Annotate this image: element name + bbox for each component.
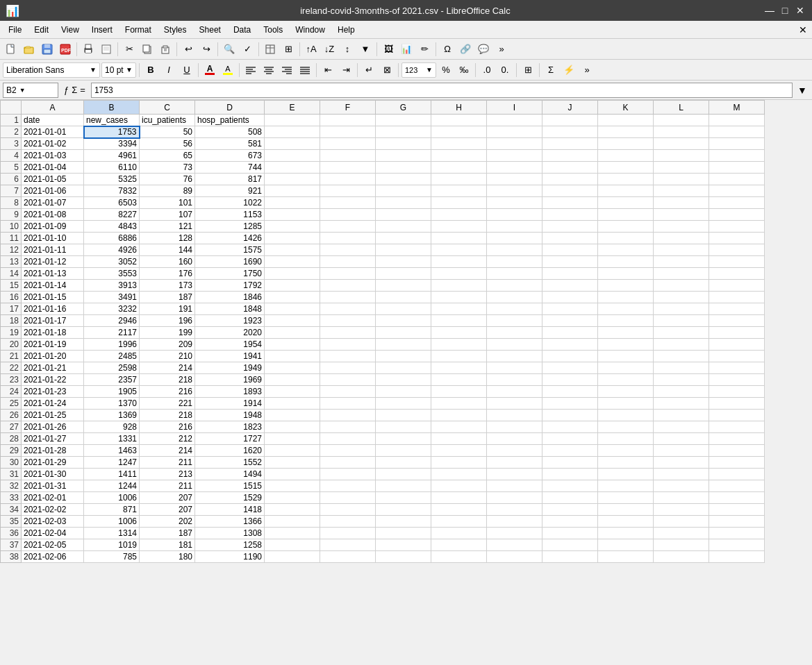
cell-G27[interactable]: [376, 421, 431, 433]
cell-H26[interactable]: [431, 410, 487, 421]
print-button[interactable]: [80, 41, 97, 58]
cell-J29[interactable]: [542, 445, 598, 457]
cell-D8[interactable]: 1022: [195, 197, 265, 209]
cell-C9[interactable]: 107: [140, 209, 195, 221]
cell-J36[interactable]: [542, 528, 598, 539]
cell-E36[interactable]: [265, 528, 320, 539]
cell-B4[interactable]: 4961: [84, 150, 140, 162]
menu-window[interactable]: Window: [290, 24, 331, 36]
cell-F24[interactable]: [320, 386, 376, 398]
cell-H30[interactable]: [431, 457, 487, 469]
cell-E27[interactable]: [265, 421, 320, 433]
cell-K29[interactable]: [598, 445, 654, 457]
cell-M17[interactable]: [709, 303, 765, 315]
cell-L25[interactable]: [654, 398, 709, 410]
cell-H38[interactable]: [431, 551, 487, 563]
cell-I2[interactable]: [487, 126, 542, 138]
cell-J34[interactable]: [542, 504, 598, 516]
cell-B29[interactable]: 1463: [84, 445, 140, 457]
cell-G38[interactable]: [376, 551, 431, 563]
cell-L8[interactable]: [654, 197, 709, 209]
cell-H5[interactable]: [431, 162, 487, 174]
cell-D12[interactable]: 1575: [195, 244, 265, 256]
cell-L24[interactable]: [654, 386, 709, 398]
cell-L6[interactable]: [654, 174, 709, 185]
redo-button[interactable]: ↪: [198, 41, 215, 58]
cell-H28[interactable]: [431, 433, 487, 445]
cell-H36[interactable]: [431, 528, 487, 539]
cell-G32[interactable]: [376, 480, 431, 492]
cell-A10[interactable]: 2021-01-09: [22, 221, 84, 233]
cell-E23[interactable]: [265, 374, 320, 386]
cell-M34[interactable]: [709, 504, 765, 516]
cell-D7[interactable]: 921: [195, 185, 265, 197]
cell-I9[interactable]: [487, 209, 542, 221]
cell-K7[interactable]: [598, 185, 654, 197]
cell-L31[interactable]: [654, 469, 709, 480]
cell-G6[interactable]: [376, 174, 431, 185]
cell-A3[interactable]: 2021-01-02: [22, 138, 84, 150]
cell-B32[interactable]: 1244: [84, 480, 140, 492]
cell-F27[interactable]: [320, 421, 376, 433]
cell-A31[interactable]: 2021-01-30: [22, 469, 84, 480]
cell-E38[interactable]: [265, 551, 320, 563]
cell-B21[interactable]: 2485: [84, 351, 140, 362]
cell-F5[interactable]: [320, 162, 376, 174]
cell-K31[interactable]: [598, 469, 654, 480]
cell-I32[interactable]: [487, 480, 542, 492]
cell-L9[interactable]: [654, 209, 709, 221]
cell-I24[interactable]: [487, 386, 542, 398]
cell-K33[interactable]: [598, 492, 654, 504]
cell-I21[interactable]: [487, 351, 542, 362]
cell-H35[interactable]: [431, 516, 487, 528]
cell-F8[interactable]: [320, 197, 376, 209]
formula-input[interactable]: [91, 83, 793, 98]
cell-K11[interactable]: [598, 233, 654, 244]
cell-K27[interactable]: [598, 421, 654, 433]
cell-K25[interactable]: [598, 398, 654, 410]
cell-K3[interactable]: [598, 138, 654, 150]
cell-H14[interactable]: [431, 268, 487, 280]
cell-H18[interactable]: [431, 315, 487, 327]
cell-E32[interactable]: [265, 480, 320, 492]
cell-B13[interactable]: 3052: [84, 256, 140, 268]
cell-B6[interactable]: 5325: [84, 174, 140, 185]
cell-C10[interactable]: 121: [140, 221, 195, 233]
pdf-button[interactable]: PDF: [57, 41, 74, 58]
cell-E11[interactable]: [265, 233, 320, 244]
cell-H15[interactable]: [431, 280, 487, 292]
cell-F1[interactable]: [320, 115, 376, 126]
cell-L12[interactable]: [654, 244, 709, 256]
decimal-inc-button[interactable]: .0: [479, 62, 495, 78]
cell-D19[interactable]: 2020: [195, 327, 265, 339]
col-header-K[interactable]: K: [598, 101, 654, 115]
cell-B35[interactable]: 1006: [84, 516, 140, 528]
cell-H2[interactable]: [431, 126, 487, 138]
open-button[interactable]: [21, 41, 38, 58]
cell-C21[interactable]: 210: [140, 351, 195, 362]
copy-button[interactable]: [139, 41, 156, 58]
cell-L34[interactable]: [654, 504, 709, 516]
cell-G28[interactable]: [376, 433, 431, 445]
insert-link-button[interactable]: 🔗: [457, 41, 474, 58]
cell-M2[interactable]: [709, 126, 765, 138]
cell-M21[interactable]: [709, 351, 765, 362]
cell-B19[interactable]: 2117: [84, 327, 140, 339]
sort-asc-button[interactable]: ↑A: [303, 41, 320, 58]
cell-D15[interactable]: 1792: [195, 280, 265, 292]
cell-E18[interactable]: [265, 315, 320, 327]
cell-H9[interactable]: [431, 209, 487, 221]
cell-M37[interactable]: [709, 539, 765, 551]
cell-I4[interactable]: [487, 150, 542, 162]
col-header-I[interactable]: I: [487, 101, 542, 115]
cell-M5[interactable]: [709, 162, 765, 174]
cell-L10[interactable]: [654, 221, 709, 233]
cell-B1[interactable]: new_cases: [84, 115, 140, 126]
cell-L16[interactable]: [654, 292, 709, 303]
cell-G4[interactable]: [376, 150, 431, 162]
cell-A15[interactable]: 2021-01-14: [22, 280, 84, 292]
cell-I14[interactable]: [487, 268, 542, 280]
cell-I20[interactable]: [487, 339, 542, 351]
cell-G35[interactable]: [376, 516, 431, 528]
cell-H32[interactable]: [431, 480, 487, 492]
